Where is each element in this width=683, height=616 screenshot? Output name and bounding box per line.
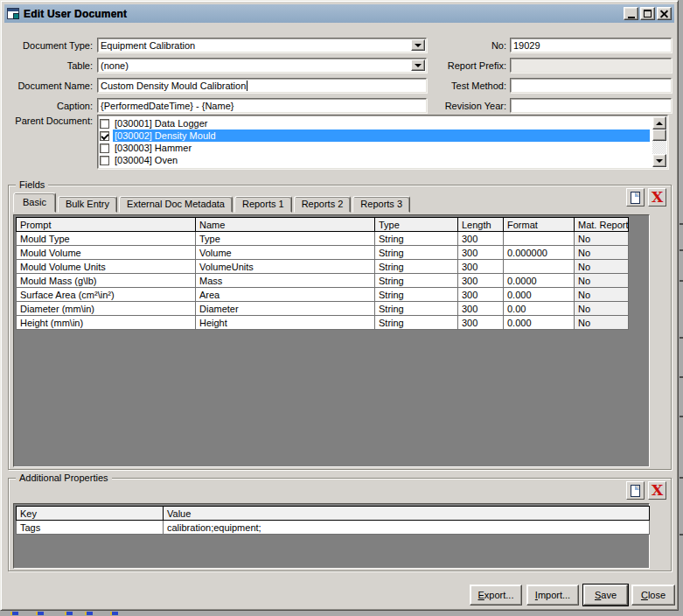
tab-external-doc-metadata[interactable]: External Doc Metadata [119,196,233,213]
tab-reports-2[interactable]: Reports 2 [294,196,352,213]
cell-type[interactable]: String [375,302,458,316]
table-combo[interactable]: (none) [97,58,427,73]
column-header-name[interactable]: Name [196,218,375,232]
cell-format[interactable]: 0.0000 [504,274,575,288]
window-icon[interactable] [7,8,19,19]
titlebar[interactable]: Edit User Document [4,4,674,23]
cell-mat-report[interactable]: No [575,246,629,260]
tab-bulk-entry[interactable]: Bulk Entry [58,196,117,213]
checkbox-icon[interactable] [100,119,109,129]
tab-basic[interactable]: Basic [13,192,56,213]
column-header-prompt[interactable]: Prompt [17,218,196,232]
checkbox-checked-icon[interactable] [100,131,109,141]
cell-format[interactable]: 0.000 [504,288,575,302]
cell-prompt[interactable]: Mould Volume Units [17,260,196,274]
scroll-up-button[interactable] [652,116,666,130]
cell-prompt[interactable]: Mould Type [17,232,196,246]
cell-name[interactable]: Height [196,316,375,330]
cell-length[interactable]: 300 [458,260,504,274]
cell-length[interactable]: 300 [458,232,504,246]
checkbox-icon[interactable] [100,156,109,165]
delete-field-button[interactable]: X [648,188,666,206]
cell-length[interactable]: 300 [458,316,504,330]
column-header-length[interactable]: Length [458,218,504,232]
list-item[interactable]: [030001] Data Logger [100,117,666,130]
cell-mat-report[interactable]: No [575,260,629,274]
cell-format[interactable] [504,232,575,246]
cell-prompt[interactable]: Mould Mass (g\lb) [17,274,196,288]
scrollbar-thumb[interactable] [652,130,666,141]
cell-type[interactable]: String [375,316,458,330]
list-item-label[interactable]: [030003] Hammer [113,142,650,154]
minimize-button[interactable] [624,7,638,20]
delete-property-button[interactable]: X [648,481,666,500]
cell-length[interactable]: 300 [458,274,504,288]
close-button[interactable] [657,7,672,20]
cell-name[interactable]: Volume [196,246,375,260]
add-property-button[interactable] [626,481,645,500]
list-item[interactable]: [030004] Oven [100,154,666,166]
cell-name[interactable]: Area [196,288,375,302]
parent-document-list: [030001] Data Logger [030002] Density Mo… [97,115,668,169]
cell-length[interactable]: 300 [458,302,504,316]
list-item-label[interactable]: [030002] Density Mould [113,130,650,142]
document-type-combo[interactable]: Equipment Calibration [97,38,427,52]
cell-name[interactable]: Type [196,232,375,246]
import-button[interactable]: Import... [526,584,579,606]
tab-reports-3[interactable]: Reports 3 [352,196,410,213]
window-title: Edit User Document [24,8,624,20]
cell-mat-report[interactable]: No [575,302,629,316]
list-item[interactable]: [030002] Density Mould [100,130,666,142]
list-item-label[interactable]: [030004] Oven [113,154,650,166]
cell-value[interactable]: calibration;equipment; [164,521,650,535]
list-item-label[interactable]: [030001] Data Logger [113,117,650,130]
column-header-format[interactable]: Format [504,218,575,232]
checkbox-icon[interactable] [100,144,109,153]
cell-key[interactable]: Tags [17,521,164,535]
cell-prompt[interactable]: Surface Area (cm²\in²) [17,288,196,302]
column-header-key[interactable]: Key [17,507,164,521]
add-field-button[interactable] [626,188,645,206]
tab-reports-1[interactable]: Reports 1 [234,196,292,213]
export-button[interactable]: Export... [470,584,522,606]
report-prefix-input [510,58,672,73]
document-name-label: Document Name: [1,80,93,91]
cell-prompt[interactable]: Height (mm\in) [17,316,196,330]
cell-name[interactable]: Diameter [196,302,375,316]
cell-mat-report[interactable]: No [575,316,629,330]
cell-length[interactable]: 300 [458,288,504,302]
column-header-mat-report[interactable]: Mat. Report [575,218,629,232]
no-input[interactable]: 19029 [510,38,672,52]
revision-year-input[interactable] [510,98,672,113]
fields-grid-panel: Prompt Name Type Length Format Mat. Repo… [13,214,650,467]
cell-format[interactable]: 0.000000 [504,246,575,260]
cell-mat-report[interactable]: No [575,232,629,246]
cell-type[interactable]: String [375,288,458,302]
cell-format[interactable] [504,260,575,274]
cell-prompt[interactable]: Mould Volume [17,246,196,260]
caption-input[interactable]: {PerformedDateTime} - {Name} [97,98,427,113]
column-header-value[interactable]: Value [164,507,650,521]
cell-type[interactable]: String [375,274,458,288]
maximize-button[interactable] [640,7,655,20]
scroll-down-button[interactable] [652,154,666,167]
cell-name[interactable]: Mass [196,274,375,288]
cell-name[interactable]: VolumeUnits [196,260,375,274]
close-button[interactable]: Close [631,584,675,606]
cell-prompt[interactable]: Diameter (mm\in) [17,302,196,316]
cell-mat-report[interactable]: No [575,288,629,302]
cell-type[interactable]: String [375,232,458,246]
cell-mat-report[interactable]: No [575,274,629,288]
save-button[interactable]: Save [583,584,628,606]
cell-type[interactable]: String [375,246,458,260]
column-header-type[interactable]: Type [375,218,458,232]
document-name-input[interactable]: Custom Density Mould Calibration [97,78,427,93]
cell-length[interactable]: 300 [458,246,504,260]
vertical-scrollbar[interactable] [652,116,666,167]
test-method-input[interactable] [510,78,672,93]
cell-format[interactable]: 0.000 [504,316,575,330]
cell-type[interactable]: String [375,260,458,274]
properties-grid-panel: Key Value Tags calibration;equipment; [13,503,650,569]
cell-format[interactable]: 0.00 [504,302,575,316]
list-item[interactable]: [030003] Hammer [100,142,666,154]
